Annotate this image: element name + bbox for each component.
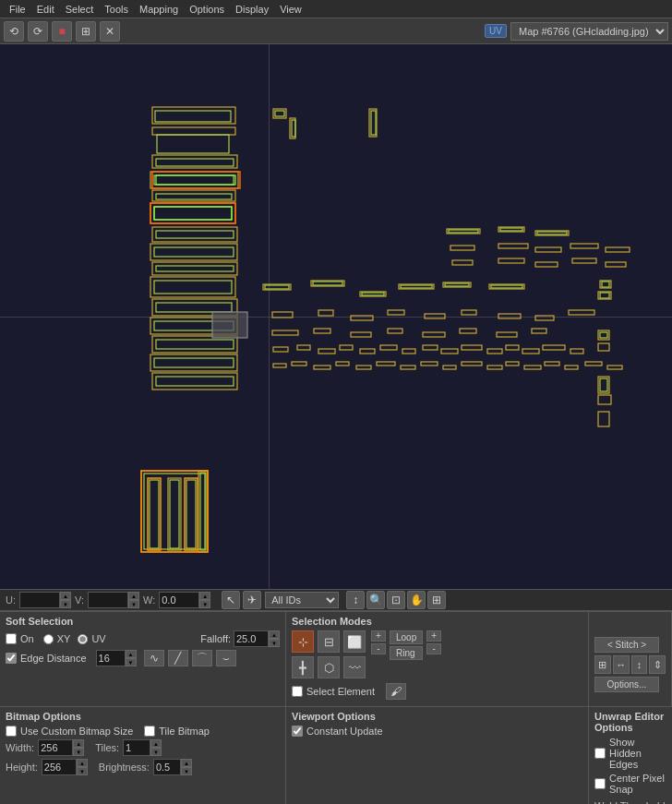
mode-btn-face[interactable]: ⬜ (343, 630, 366, 653)
u-input[interactable] (19, 592, 60, 608)
mode-btn-cross[interactable]: ╋ (292, 656, 314, 678)
constant-update-checkbox[interactable] (292, 726, 303, 737)
uv-radio[interactable] (78, 634, 88, 644)
use-custom-checkbox[interactable] (6, 726, 17, 737)
mode-btn-poly[interactable]: ⬡ (318, 656, 340, 678)
brightness-up-btn[interactable]: ▲ (181, 759, 192, 767)
edge-dist-down-btn[interactable]: ▼ (126, 658, 137, 666)
pan-btn[interactable]: ✋ (407, 591, 426, 609)
center-pixel-label[interactable]: Center Pixel Snap (594, 773, 666, 795)
map-selector[interactable]: Map #6766 (GHcladding.jpg) (510, 22, 668, 41)
frame-btn[interactable]: ⊞ (427, 591, 446, 609)
menu-display[interactable]: Display (230, 2, 274, 17)
shape-btn-3[interactable]: ⌒ (192, 650, 212, 666)
cursor-btn[interactable]: ↖ (222, 591, 240, 609)
tiles-up-btn[interactable]: ▲ (150, 739, 162, 748)
menu-tools[interactable]: Tools (99, 2, 134, 17)
svg-rect-18 (150, 277, 235, 297)
use-custom-label[interactable]: Use Custom Bitmap Size (6, 726, 133, 737)
toolbar-grid[interactable]: ⊞ (76, 21, 96, 42)
height-down-btn[interactable]: ▼ (77, 767, 88, 775)
minus-btn[interactable]: - (371, 643, 386, 654)
mode-btn-edge[interactable]: ⊟ (318, 630, 340, 653)
uv-radio-label[interactable]: UV (78, 633, 105, 644)
v-input[interactable] (88, 592, 128, 608)
w-down-btn[interactable]: ▼ (199, 600, 210, 608)
loop-plus-btn[interactable]: + (426, 630, 441, 642)
tile-bitmap-label[interactable]: Tile Bitmap (144, 726, 210, 737)
show-hidden-checkbox[interactable] (594, 748, 606, 759)
tile-bitmap-checkbox[interactable] (144, 726, 155, 737)
stitch-icon-1[interactable]: ⊞ (594, 655, 611, 674)
falloff-down-btn[interactable]: ▼ (269, 639, 280, 647)
menu-file[interactable]: File (4, 2, 31, 17)
shape-btn-2[interactable]: ╱ (168, 650, 188, 666)
ring-btn[interactable]: Ring (390, 646, 423, 660)
on-checkbox-label[interactable]: On (6, 633, 34, 644)
edge-distance-checkbox[interactable] (6, 653, 17, 664)
menu-options[interactable]: Options (184, 2, 230, 17)
brightness-down-btn[interactable]: ▼ (181, 767, 192, 775)
loop-minus-btn[interactable]: - (426, 643, 441, 654)
id-dropdown[interactable]: All IDs (265, 592, 339, 608)
stitch-icon-3[interactable]: ↕ (631, 655, 648, 674)
height-up-btn[interactable]: ▲ (77, 759, 88, 767)
toolbar-square[interactable]: ■ (52, 21, 72, 42)
menu-select[interactable]: Select (60, 2, 100, 17)
stitch-icon-2[interactable]: ↔ (613, 655, 630, 674)
xy-radio[interactable] (43, 634, 54, 644)
menu-view[interactable]: View (274, 2, 307, 17)
tiles-down-btn[interactable]: ▼ (150, 748, 162, 756)
constant-update-label[interactable]: Constant Update (292, 726, 383, 737)
move-icon-btn[interactable]: ↕ (346, 591, 365, 609)
show-hidden-label[interactable]: Show Hidden Edges (594, 737, 666, 770)
mode-btn-vertex[interactable]: ⊹ (292, 630, 314, 653)
mode-btn-spline[interactable]: 〰 (343, 656, 366, 678)
u-down-btn[interactable]: ▼ (60, 600, 71, 608)
toolbar-x[interactable]: ✕ (100, 21, 120, 42)
menu-bar: File Edit Select Tools Mapping Options D… (0, 0, 672, 18)
on-checkbox[interactable] (6, 633, 17, 644)
plus-btn[interactable]: + (371, 630, 386, 642)
u-up-btn[interactable]: ▲ (60, 592, 71, 600)
falloff-input[interactable] (234, 630, 269, 647)
width-input[interactable] (38, 739, 73, 756)
paint-btn[interactable]: 🖌 (386, 683, 406, 700)
options-btn[interactable]: Options... (594, 677, 659, 692)
zoom-region-btn[interactable]: ⊡ (387, 591, 405, 609)
xy-radio-label[interactable]: XY (43, 633, 71, 644)
shape-btn-1[interactable]: ∿ (144, 650, 164, 666)
zoom-btn[interactable]: 🔍 (366, 591, 385, 609)
center-pixel-text: Center Pixel Snap (609, 773, 666, 795)
w-input[interactable] (159, 592, 199, 608)
svg-rect-101 (565, 366, 578, 369)
shape-btn-4[interactable]: ⌣ (216, 650, 236, 666)
menu-edit[interactable]: Edit (31, 2, 60, 17)
brightness-input[interactable] (153, 759, 181, 775)
toolbar-arrow-right[interactable]: ⟳ (28, 21, 48, 42)
width-up-btn[interactable]: ▲ (73, 739, 84, 748)
menu-mapping[interactable]: Mapping (134, 2, 184, 17)
select-element-label[interactable]: Select Element (292, 686, 375, 697)
svg-rect-24 (152, 336, 237, 353)
stitch-btn[interactable]: < Stitch > (594, 637, 659, 653)
canvas-area[interactable] (0, 44, 672, 589)
edge-distance-checkbox-label[interactable]: Edge Distance (6, 653, 87, 664)
unwrap-editor-panel: Unwrap Editor Options Show Hidden Edges … (589, 707, 672, 804)
select-element-checkbox[interactable] (292, 686, 303, 697)
height-input[interactable] (42, 759, 77, 775)
loop-btn[interactable]: Loop (390, 630, 423, 644)
move-btn[interactable]: ✈ (243, 591, 261, 609)
center-pixel-checkbox[interactable] (594, 778, 606, 789)
falloff-up-btn[interactable]: ▲ (269, 630, 280, 639)
v-down-btn[interactable]: ▼ (128, 600, 139, 608)
width-down-btn[interactable]: ▼ (73, 748, 84, 756)
tiles-input[interactable] (123, 739, 150, 756)
stitch-icon-4[interactable]: ⇕ (649, 655, 666, 674)
v-up-btn[interactable]: ▲ (128, 592, 139, 600)
edge-dist-up-btn[interactable]: ▲ (126, 650, 137, 658)
edge-distance-input[interactable] (96, 650, 126, 666)
toolbar-arrow-left[interactable]: ⟲ (4, 21, 24, 42)
svg-rect-26 (150, 354, 237, 371)
w-up-btn[interactable]: ▲ (199, 592, 210, 600)
